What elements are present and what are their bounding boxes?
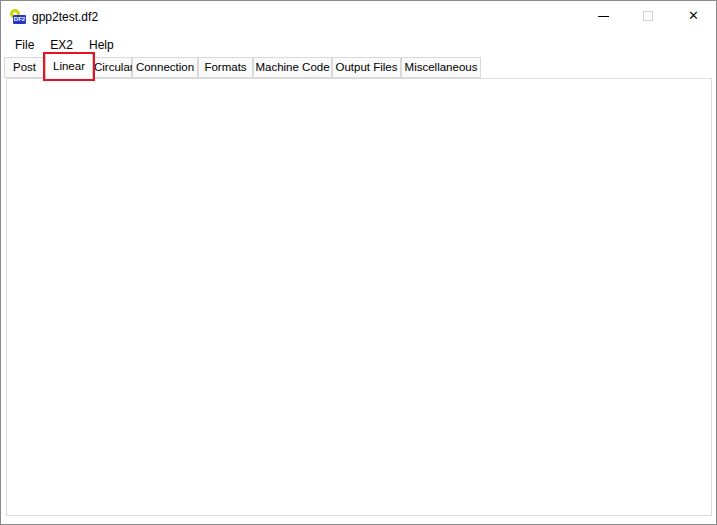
minimize-icon bbox=[598, 16, 609, 17]
df2-file-icon: DF2 bbox=[10, 9, 26, 25]
tab-miscellaneous[interactable]: Miscellaneous bbox=[401, 57, 481, 78]
tab-circular[interactable]: Circular bbox=[93, 57, 132, 78]
menu-file[interactable]: File bbox=[9, 35, 40, 55]
maximize-button bbox=[626, 1, 671, 32]
df2-icon-label: DF2 bbox=[13, 15, 26, 24]
menu-bar: File EX2 Help bbox=[1, 33, 716, 56]
title-bar: DF2 gpp2test.df2 ✕ bbox=[1, 1, 716, 33]
linear-tab-highlight-box bbox=[43, 52, 95, 81]
linear-tab-page bbox=[6, 78, 712, 516]
tab-connection[interactable]: Connection bbox=[132, 57, 198, 78]
tab-post[interactable]: Post bbox=[4, 57, 45, 78]
app-window: DF2 gpp2test.df2 ✕ File EX2 Help Post Li… bbox=[0, 0, 717, 525]
tab-formats[interactable]: Formats bbox=[198, 57, 253, 78]
close-icon: ✕ bbox=[671, 1, 716, 32]
maximize-icon bbox=[643, 11, 653, 21]
minimize-button[interactable] bbox=[581, 1, 626, 32]
tab-machine-code[interactable]: Machine Code bbox=[253, 57, 332, 78]
close-button[interactable]: ✕ bbox=[671, 1, 716, 32]
window-controls: ✕ bbox=[581, 1, 716, 32]
tab-output-files[interactable]: Output Files bbox=[332, 57, 401, 78]
window-title: gpp2test.df2 bbox=[32, 10, 98, 24]
